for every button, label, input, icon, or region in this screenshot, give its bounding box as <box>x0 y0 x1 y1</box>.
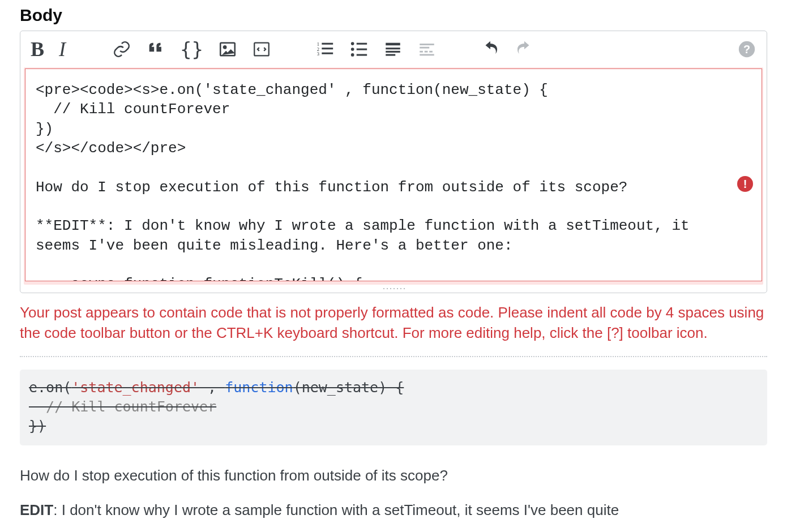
bold-button[interactable]: B <box>28 37 46 62</box>
undo-icon <box>481 40 500 59</box>
toolbar-group-format: B I <box>28 37 70 62</box>
code-braces-icon: {} <box>180 40 203 59</box>
validation-error-message: Your post appears to contain code that i… <box>20 302 767 344</box>
redo-icon <box>515 40 534 59</box>
svg-rect-16 <box>386 48 400 49</box>
code-button[interactable]: {} <box>178 37 206 61</box>
svg-rect-21 <box>420 51 423 53</box>
italic-icon: I <box>59 39 68 59</box>
snippet-button[interactable] <box>250 37 273 61</box>
toolbar-group-lists: 1 2 3 <box>313 37 439 61</box>
unordered-list-icon <box>349 40 369 59</box>
edit-label: EDIT <box>20 501 53 518</box>
svg-rect-22 <box>425 51 428 53</box>
resize-handle[interactable] <box>20 285 767 293</box>
hr-icon <box>417 40 437 59</box>
hr-button[interactable] <box>415 37 439 61</box>
bold-icon: B <box>31 39 44 59</box>
svg-rect-20 <box>420 47 429 49</box>
svg-rect-24 <box>420 54 434 56</box>
link-icon <box>112 40 131 59</box>
preview-code-block: e.on('state_changed' , function(new_stat… <box>20 370 767 445</box>
svg-rect-2 <box>254 43 269 56</box>
svg-rect-19 <box>420 44 434 45</box>
heading-icon <box>383 40 403 59</box>
editor-toolbar: B I {} <box>20 31 767 67</box>
help-icon: ? <box>737 40 756 59</box>
svg-rect-17 <box>386 51 400 53</box>
editor-textarea-wrap: ! <box>24 67 763 285</box>
ulist-button[interactable] <box>347 37 371 61</box>
svg-rect-15 <box>386 43 400 46</box>
svg-rect-10 <box>357 43 367 45</box>
toolbar-group-insert: {} <box>110 37 273 61</box>
link-button[interactable] <box>110 37 134 61</box>
ordered-list-icon: 1 2 3 <box>315 40 335 59</box>
olist-button[interactable]: 1 2 3 <box>313 37 337 61</box>
editor-container: B I {} <box>20 31 767 293</box>
editor-textarea[interactable] <box>25 68 762 281</box>
preview-pane: e.on('state_changed' , function(new_stat… <box>20 370 767 521</box>
toolbar-group-history <box>478 37 536 61</box>
svg-rect-4 <box>322 43 333 45</box>
body-field-label: Body <box>20 6 767 25</box>
help-button[interactable]: ? <box>735 37 759 61</box>
error-badge-icon: ! <box>737 176 753 192</box>
snippet-icon <box>252 40 271 59</box>
svg-point-13 <box>351 53 354 57</box>
svg-text:?: ? <box>743 43 750 55</box>
svg-rect-8 <box>322 53 333 54</box>
svg-rect-18 <box>386 54 395 56</box>
svg-rect-14 <box>357 54 367 56</box>
preview-paragraph-1: How do I stop execution of this function… <box>20 465 767 487</box>
image-icon <box>218 40 237 59</box>
svg-point-1 <box>224 46 226 48</box>
svg-rect-6 <box>322 48 333 49</box>
italic-button[interactable]: I <box>57 37 70 62</box>
svg-point-9 <box>351 42 354 45</box>
divider <box>20 356 767 357</box>
undo-button[interactable] <box>478 37 502 61</box>
image-button[interactable] <box>216 37 239 61</box>
svg-rect-12 <box>357 49 367 50</box>
quote-button[interactable] <box>144 37 168 61</box>
preview-paragraph-2: EDIT: I don't know why I wrote a sample … <box>20 499 767 521</box>
quote-icon <box>146 40 165 59</box>
heading-button[interactable] <box>381 37 405 61</box>
svg-rect-23 <box>429 51 433 53</box>
svg-text:3: 3 <box>317 51 319 57</box>
svg-point-11 <box>351 48 354 51</box>
redo-button[interactable] <box>512 37 536 61</box>
